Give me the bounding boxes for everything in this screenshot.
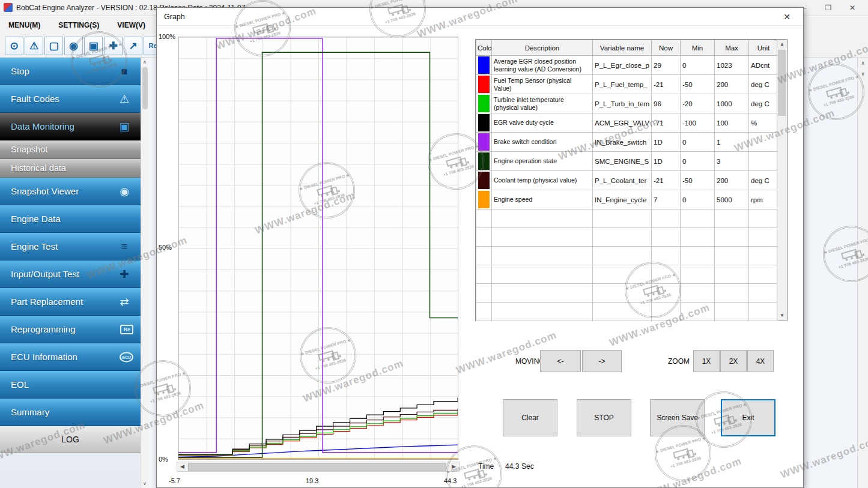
scroll-left-icon[interactable]: ◀ [177,462,187,471]
scroll-up-icon[interactable]: ∧ [858,58,868,68]
table-row[interactable]: Brake switch condition IN_Brake_switch 1… [476,133,778,152]
series-description: Engine speed [492,190,593,209]
maximize-button[interactable]: ❐ [816,1,840,15]
y-axis-tick-50: 50% [159,244,178,251]
scroll-down-icon[interactable]: ▼ [777,311,787,321]
table-row-empty [476,209,778,228]
stop-button[interactable]: STOP [577,399,631,436]
series-color-swatch [478,133,490,151]
table-row[interactable]: Average EGR closed position learning val… [476,56,778,75]
scroll-right-icon[interactable]: ▶ [449,462,459,471]
table-row[interactable]: EGR valve duty cycle ACM_EGR_VALV -71 -1… [476,113,778,133]
table-row[interactable]: Coolant temp (physical value) P_L_Coolan… [476,171,778,190]
fault-warning-icon: ⚠ [115,92,133,106]
toolbar-button-chart[interactable]: ↗ [124,37,142,55]
sidebar-item-snapshot-viewer[interactable]: Snapshot Viewer ◉ [0,178,141,205]
menu-item-view[interactable]: VIEW(V) [115,19,153,32]
monitor-icon: ▢ [49,41,58,51]
toolbar-button-power[interactable]: ⊙ [5,37,23,55]
sidebar-item-engine-data[interactable]: Engine Data [0,205,141,233]
sidebar-scrollbar[interactable]: ∧ ∨ [141,58,148,488]
chart-series-line [178,398,458,454]
sidebar-item-engine-test[interactable]: Engine Test ≡ [0,233,141,261]
series-now: -21 [652,75,681,94]
exit-button[interactable]: Exit [721,399,775,436]
col-header-unit: Unit [749,40,778,56]
scrollbar-thumb[interactable] [142,67,148,109]
scrollbar-thumb[interactable] [188,463,446,471]
table-scrollbar[interactable]: ▲ ▼ [777,40,787,321]
series-min: -20 [681,94,715,113]
series-now: 1D [652,133,681,152]
toolbar-button-io[interactable]: ✚ [104,37,123,55]
table-row[interactable]: Engine speed IN_Engine_cycle 7 0 5000 rp… [476,190,778,209]
sidebar-item-summary[interactable]: Summary [0,399,141,426]
move-right-button[interactable]: -> [582,350,622,372]
scroll-down-icon[interactable]: ∨ [858,68,868,79]
dialog-titlebar[interactable]: Graph ✕ [157,8,803,26]
chart-h-scrollbar[interactable]: ◀ ▶ [177,462,460,472]
series-max: 5000 [715,190,749,209]
sidebar-item-snapshot[interactable]: Snapshot [0,140,141,159]
sidebar-item-fault-codes[interactable]: Fault Codes ⚠ [0,85,141,113]
zoom-4x-button[interactable]: 4X [747,350,774,372]
sidebar-item-input-output-test[interactable]: Input/Output Test ✚ [0,261,141,288]
zoom-1x-button[interactable]: 1X [693,350,720,372]
sidebar-item-ecu-information[interactable]: ECU Information ECU [0,343,141,371]
series-unit: ADcnt [749,56,778,75]
series-min: -100 [681,113,715,133]
table-row-empty [476,265,778,284]
series-unit: deg C [749,171,778,190]
sidebar-item-label: Historical data [11,163,66,173]
scrollbar-thumb[interactable] [778,50,786,116]
sidebar-item-part-replacement[interactable]: Part Replacement ⇄ [0,288,141,316]
toolbar-button-camera[interactable]: ◉ [64,37,83,55]
table-row[interactable]: Engine operation state SMC_ENGINE_S 1D 0… [476,152,778,171]
sidebar-item-stop[interactable]: Stop ■ [0,58,141,85]
series-now: 7 [652,190,681,209]
sidebar-item-label: Snapshot Viewer [11,186,79,196]
series-min: 0 [681,190,715,209]
content-scrollbar[interactable]: ∧ ∨ [857,58,868,488]
chart-series-line [178,38,458,453]
table-header-row: Color Description Variable name Now Min … [476,40,778,56]
table-row[interactable]: Fuel Temp Sensor (physical Value) P_L_Fu… [476,75,778,94]
series-variable: SMC_ENGINE_S [593,152,652,171]
x-axis-tick-start: -5.7 [169,477,180,484]
sidebar-item-eol[interactable]: EOL [0,371,141,399]
toolbar-button-monitor[interactable]: ▢ [44,37,63,55]
sidebar-item-reprogramming[interactable]: Reprogramming Re [0,316,141,343]
close-button[interactable]: ✕ [840,1,864,15]
move-left-button[interactable]: <- [540,350,581,372]
zoom-label: ZOOM [668,357,690,366]
series-variable: IN_Engine_cycle [593,190,652,209]
zoom-2x-button[interactable]: 2X [720,350,747,372]
scroll-up-icon[interactable]: ▲ [777,40,787,49]
screen-save-button[interactable]: Screen Save [650,399,705,436]
series-color-swatch [478,152,490,170]
series-max: 1023 [715,56,749,75]
chart-series-line [178,411,458,455]
scroll-down-icon[interactable]: ∨ [141,479,148,488]
series-now: -71 [652,113,681,133]
clear-button[interactable]: Clear [503,399,557,436]
sidebar-item-label: Fault Codes [11,94,59,104]
series-max: 1 [715,133,749,152]
menu-item-menu[interactable]: MENU(M) [6,19,47,32]
table-row[interactable]: Turbine inlet temperature (physical valu… [476,94,778,113]
col-header-color: Color [476,40,492,56]
scroll-up-icon[interactable]: ∧ [141,58,148,67]
toolbar-button-snapshot[interactable]: ▣ [84,37,103,55]
sidebar-item-log[interactable]: LOG [0,426,141,453]
menu-item-settings[interactable]: SETTING(S) [56,19,106,32]
sidebar-item-data-monitoring[interactable]: Data Monitoring ▣ [0,113,141,140]
sidebar-item-label: Engine Test [11,241,58,252]
table-row-empty [476,303,778,321]
snapshot-icon: ▣ [88,41,98,51]
sidebar-item-historical-data[interactable]: Historical data [0,159,141,178]
series-min: 0 [681,56,715,75]
sidebar: Stop ■ Fault Codes ⚠ Data Monitoring ▣ S… [0,58,141,488]
toolbar-button-fault[interactable]: ⚠ [25,37,43,55]
dialog-close-icon[interactable]: ✕ [778,12,796,22]
time-unit: Sec [521,462,534,471]
